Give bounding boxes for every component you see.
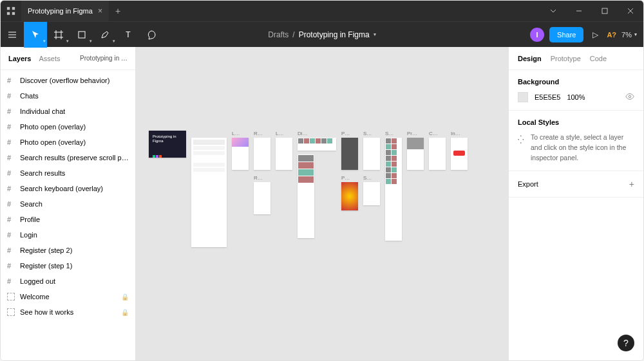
background-opacity[interactable]: 100%	[567, 93, 585, 101]
inspector-panel: Design Prototype Code Background E5E5E5 …	[508, 47, 643, 360]
help-button[interactable]: ?	[618, 335, 634, 351]
layer-item[interactable]: See how it works🔒	[1, 304, 135, 320]
document-tab-title: Prototyping in Figma	[28, 7, 93, 15]
layer-label: Search results (preserve scroll po…	[20, 154, 129, 162]
missing-fonts-indicator[interactable]: A?	[607, 31, 616, 39]
canvas-frame[interactable]	[451, 138, 468, 170]
section-title: Export	[518, 180, 538, 188]
present-button[interactable]: ▷	[589, 30, 601, 39]
canvas-frame[interactable]	[429, 138, 446, 170]
lock-icon[interactable]: 🔒	[121, 309, 129, 316]
canvas-frame[interactable]	[254, 182, 270, 214]
visibility-toggle-icon[interactable]	[625, 92, 634, 102]
layer-item[interactable]: Profile	[1, 212, 135, 227]
component-icon	[7, 308, 15, 316]
frame-icon	[7, 138, 15, 146]
pen-tool-button[interactable]: ▾	[93, 22, 117, 48]
svg-rect-3	[12, 12, 15, 15]
breadcrumb[interactable]: Drafts / Prototyping in Figma ▾	[268, 30, 375, 39]
frame-icon	[7, 107, 15, 115]
text-tool-button[interactable]: T	[117, 22, 140, 48]
frame-icon	[7, 200, 15, 208]
background-section: Background E5E5E5 100%	[509, 70, 643, 111]
layer-item[interactable]: Individual chat	[1, 104, 135, 119]
frame-icon	[7, 216, 15, 223]
layer-item[interactable]: Search results	[1, 165, 135, 181]
layer-item[interactable]: Search keyboard (overlay)	[1, 181, 135, 196]
layer-item[interactable]: Register (step 1)	[1, 258, 135, 273]
zoom-control[interactable]: 7%▾	[621, 31, 637, 39]
frame-tool-button[interactable]: ▾	[47, 22, 70, 48]
canvas-frame[interactable]	[191, 138, 227, 247]
canvas-frame[interactable]	[341, 182, 358, 210]
canvas-frame[interactable]	[385, 138, 402, 241]
new-tab-button[interactable]: +	[109, 6, 127, 16]
tab-code[interactable]: Code	[590, 55, 607, 62]
canvas-frame[interactable]	[363, 138, 380, 170]
frame-icon	[7, 262, 15, 270]
svg-rect-0	[7, 7, 10, 10]
share-button[interactable]: Share	[549, 27, 583, 42]
window-close-button[interactable]	[618, 1, 643, 21]
layer-label: See how it works	[20, 308, 73, 316]
add-export-button[interactable]: +	[629, 179, 634, 189]
layer-label: Individual chat	[20, 107, 65, 115]
window-minimize-button[interactable]	[566, 1, 592, 21]
svg-text:T: T	[126, 30, 131, 39]
canvas-frame[interactable]	[298, 154, 314, 238]
layer-label: Search	[20, 200, 43, 208]
layer-item[interactable]: Welcome🔒	[1, 289, 135, 304]
canvas-frame[interactable]	[254, 138, 270, 170]
background-swatch[interactable]	[518, 92, 528, 102]
user-avatar[interactable]: I	[530, 28, 544, 42]
breadcrumb-folder: Drafts	[268, 30, 289, 39]
document-tab[interactable]: Prototyping in Figma ×	[21, 1, 109, 21]
frame-icon	[7, 277, 15, 285]
tab-assets[interactable]: Assets	[39, 55, 60, 62]
tab-layers[interactable]: Layers	[8, 55, 31, 62]
comment-tool-button[interactable]	[140, 22, 163, 48]
main-menu-button[interactable]	[1, 22, 24, 48]
window-maximize-button[interactable]	[592, 1, 618, 21]
tab-prototype[interactable]: Prototype	[551, 55, 581, 62]
svg-rect-5	[602, 8, 607, 14]
frame-icon	[7, 123, 15, 131]
tab-design[interactable]: Design	[518, 55, 542, 62]
canvas-frame[interactable]	[276, 138, 292, 170]
canvas-frame[interactable]	[232, 138, 249, 170]
layer-item[interactable]: Photo open (overlay)	[1, 134, 135, 150]
chevron-down-icon[interactable]	[540, 1, 566, 21]
close-tab-icon[interactable]: ×	[98, 6, 102, 15]
app-menu-button[interactable]	[1, 6, 21, 15]
layer-item[interactable]: Photo open (overlay)	[1, 119, 135, 134]
cover-frame[interactable]: Prototyping in Figma	[149, 131, 186, 158]
frame-icon	[7, 231, 15, 239]
toolbar: ▾ ▾ ▾ ▾ T Drafts / Prototyping in Figma …	[1, 21, 643, 47]
frame-icon	[7, 77, 15, 84]
layer-item[interactable]: Search	[1, 196, 135, 212]
layer-item[interactable]: Chats	[1, 88, 135, 104]
canvas-frame[interactable]	[298, 138, 336, 151]
svg-rect-2	[7, 12, 10, 15]
layer-item[interactable]: Register (step 2)	[1, 243, 135, 258]
frame-icon	[7, 185, 15, 192]
canvas[interactable]: Prototyping in Figma L… R… R… L… Di… P… …	[136, 47, 508, 360]
component-icon	[7, 293, 15, 301]
move-tool-button[interactable]: ▾	[24, 22, 47, 48]
svg-point-15	[629, 95, 631, 98]
canvas-frame[interactable]	[363, 182, 380, 205]
layer-label: Photo open (overlay)	[20, 138, 86, 146]
page-selector[interactable]: Prototyping in …	[80, 55, 128, 62]
layer-item[interactable]: Logged out	[1, 273, 135, 289]
canvas-frame[interactable]	[341, 138, 358, 170]
export-section: Export +	[509, 171, 643, 198]
layer-item[interactable]: Discover (overflow behavior)	[1, 73, 135, 88]
background-hex[interactable]: E5E5E5	[535, 93, 560, 101]
shape-tool-button[interactable]: ▾	[70, 22, 93, 48]
layer-label: Register (step 1)	[20, 262, 72, 270]
lock-icon[interactable]: 🔒	[121, 293, 129, 301]
layer-item[interactable]: Login	[1, 227, 135, 243]
layer-item[interactable]: Search results (preserve scroll po…	[1, 150, 135, 165]
canvas-frame[interactable]	[407, 138, 424, 170]
styles-icon	[518, 134, 526, 142]
